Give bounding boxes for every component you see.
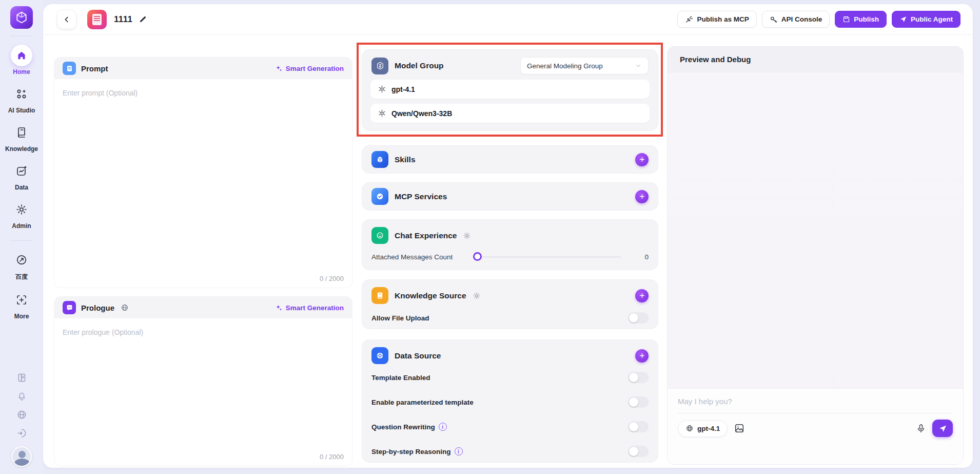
logout-icon[interactable] — [16, 428, 27, 439]
chat-input-divider — [678, 413, 953, 413]
prompt-icon — [63, 62, 76, 75]
admin-gear-icon — [15, 203, 28, 216]
parameterized-template-row: Enable parameterized template — [362, 390, 658, 414]
theme-icon[interactable] — [16, 372, 27, 383]
model-icon — [378, 109, 386, 118]
attached-messages-slider[interactable] — [473, 252, 625, 261]
slider-handle[interactable] — [473, 252, 482, 261]
chat-experience-title: Chat Experience — [395, 231, 457, 240]
step-reasoning-toggle[interactable] — [628, 446, 649, 457]
save-icon — [842, 15, 850, 23]
public-agent-button[interactable]: Public Agent — [892, 11, 961, 28]
sidebar-divider — [10, 36, 33, 36]
notifications-bell-icon[interactable] — [16, 391, 27, 402]
mcp-services-card: MCP Services — [362, 183, 658, 210]
back-button[interactable] — [57, 10, 76, 29]
sidebar-item-more[interactable]: More — [0, 285, 43, 324]
topbar-actions: Publish as MCP API Console Publish — [677, 11, 961, 28]
sidebar-bottom — [11, 372, 32, 474]
knowledge-source-icon — [371, 287, 388, 304]
prologue-card-header: Prologue Smart Generation — [54, 297, 352, 318]
more-icon — [15, 294, 28, 306]
chat-experience-settings-gear-icon[interactable] — [463, 232, 471, 240]
question-rewriting-toggle[interactable] — [628, 421, 649, 432]
model-group-card: Model Group General Modeling Group gpt-4… — [362, 50, 658, 130]
chat-input-area: May I help you? gpt-4.1 — [668, 388, 963, 464]
prompt-card-header: Prompt Smart Generation — [54, 58, 352, 79]
add-knowledge-source-button[interactable] — [635, 289, 649, 302]
edit-title-icon[interactable] — [139, 15, 147, 24]
model-row-qwen3-32b[interactable]: Qwen/Qwen3-32B — [370, 104, 650, 123]
sidebar-item-baidu[interactable]: 百度 — [0, 245, 43, 285]
prologue-icon — [63, 301, 76, 314]
add-mcp-service-button[interactable] — [635, 190, 649, 203]
step-reasoning-info-icon[interactable]: i — [455, 447, 463, 456]
model-group-select[interactable]: General Modeling Group — [520, 57, 649, 74]
data-icon — [15, 165, 28, 177]
preview-panel: Preview and Debug May I help you? gpt-4.… — [667, 46, 964, 465]
question-rewriting-row: Question Rewriting i — [362, 414, 658, 439]
knowledge-source-card: Knowledge Source Allow File Upload — [362, 280, 658, 329]
sidebar-label: Knowledge — [5, 145, 38, 153]
sidebar-item-data[interactable]: Data — [0, 156, 43, 195]
sparkle-icon — [275, 304, 283, 312]
sidebar-label: AI Studio — [8, 107, 35, 114]
model-group-title: Model Group — [395, 61, 444, 70]
chevron-down-icon — [635, 62, 642, 69]
data-source-icon — [371, 347, 388, 364]
sidebar-item-knowledge[interactable]: Knowledge — [0, 118, 43, 156]
user-avatar[interactable] — [11, 446, 32, 467]
add-skill-button[interactable] — [635, 153, 649, 166]
publish-as-mcp-button[interactable]: Publish as MCP — [677, 11, 756, 28]
mcp-services-title: MCP Services — [395, 192, 447, 201]
template-enabled-toggle[interactable] — [628, 372, 649, 383]
app-canvas: Home AI Studio Knowledge Data Admin — [0, 0, 980, 474]
skills-title: Skills — [395, 155, 416, 164]
app-logo-icon[interactable] — [10, 6, 33, 29]
add-data-source-button[interactable] — [635, 349, 649, 363]
agent-title: 1111 — [114, 14, 132, 25]
ai-studio-icon — [15, 88, 28, 100]
language-globe-icon[interactable] — [16, 409, 27, 420]
prologue-textarea[interactable]: Enter prologue (Optional) — [54, 318, 352, 453]
prologue-smart-generation-button[interactable]: Smart Generation — [275, 304, 344, 312]
model-icon — [685, 424, 694, 432]
allow-file-upload-toggle[interactable] — [628, 312, 649, 324]
topbar: 1111 Publish as MCP API Console — [43, 4, 973, 35]
api-console-button[interactable]: API Console — [762, 11, 830, 28]
chat-input[interactable]: May I help you? — [678, 397, 953, 406]
prompt-smart-generation-button[interactable]: Smart Generation — [275, 65, 344, 72]
paper-plane-icon — [899, 15, 907, 23]
chat-model-chip[interactable]: gpt-4.1 — [678, 420, 728, 437]
chat-experience-icon — [371, 227, 388, 244]
chat-toolbar: gpt-4.1 — [678, 420, 953, 437]
sidebar-item-home[interactable]: Home — [0, 41, 43, 79]
mcp-services-icon — [371, 188, 388, 205]
question-rewriting-info-icon[interactable]: i — [439, 423, 447, 431]
prologue-placeholder: Enter prologue (Optional) — [63, 328, 143, 336]
sparkle-icon — [275, 65, 283, 72]
prompt-card: Prompt Smart Generation Enter prompt (Op… — [54, 58, 352, 288]
prologue-globe-icon[interactable] — [121, 304, 129, 312]
microphone-icon[interactable] — [916, 423, 926, 433]
preview-header: Preview and Debug — [668, 47, 963, 72]
model-icon — [378, 85, 386, 93]
send-button[interactable] — [932, 420, 953, 437]
model-row-gpt41[interactable]: gpt-4.1 — [370, 80, 650, 99]
step-reasoning-row: Step-by-step Reasoning i — [362, 439, 658, 464]
publish-button[interactable]: Publish — [835, 11, 887, 28]
preview-title: Preview and Debug — [680, 55, 751, 64]
parameterized-template-toggle[interactable] — [628, 396, 649, 408]
sidebar-item-ai-studio[interactable]: AI Studio — [0, 79, 43, 118]
attach-image-icon[interactable] — [734, 423, 745, 434]
sidebar: Home AI Studio Knowledge Data Admin — [0, 0, 43, 474]
skills-card: Skills — [362, 146, 658, 173]
prompt-placeholder: Enter prompt (Optional) — [63, 89, 138, 97]
sidebar-item-admin[interactable]: Admin — [0, 195, 43, 233]
sidebar-label: Home — [13, 68, 30, 75]
template-enabled-row: Template Enabled — [362, 365, 658, 390]
prompt-textarea[interactable]: Enter prompt (Optional) — [54, 79, 352, 275]
attached-messages-label: Attached Messages Count — [371, 253, 453, 261]
knowledge-source-settings-gear-icon[interactable] — [473, 292, 481, 300]
sidebar-label: Admin — [12, 222, 31, 230]
